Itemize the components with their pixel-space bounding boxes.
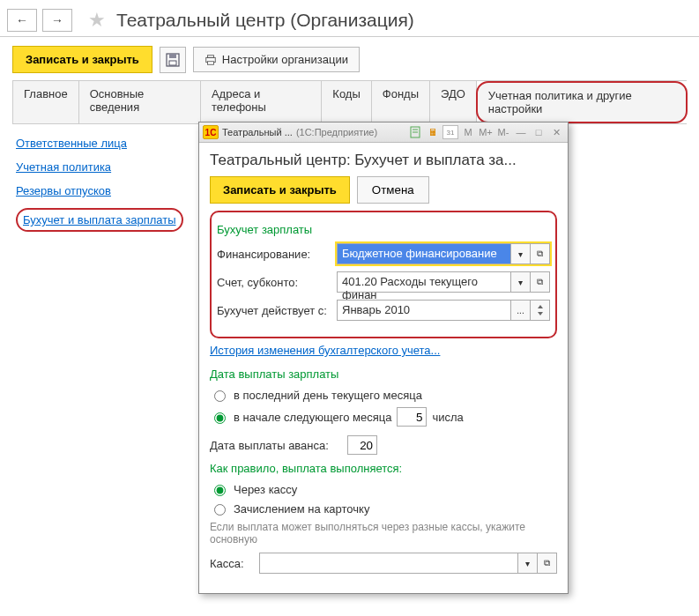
tab-edo[interactable]: ЭДО [429, 81, 477, 123]
print-icon [204, 54, 217, 66]
m-icon[interactable]: M [460, 125, 476, 139]
tab-accounting-policy[interactable]: Учетная политика и другие настройки [476, 81, 688, 123]
modal-window-title-1: Театральный ... [222, 127, 293, 137]
sidebar-link-policy[interactable]: Учетная политика [16, 160, 183, 174]
favorite-star-icon[interactable]: ★ [88, 9, 106, 32]
svg-rect-2 [169, 61, 176, 65]
save-and-close-button[interactable]: Записать и закрыть [12, 46, 152, 73]
tab-main[interactable]: Главное [12, 81, 79, 123]
accounting-section-highlight: Бухучет зарплаты Финансирование: Бюджетн… [210, 211, 557, 244]
sidebar-link-accounting-payroll[interactable]: Бухучет и выплата зарплаты [23, 213, 176, 226]
svg-rect-5 [207, 61, 213, 64]
forward-button[interactable]: → [42, 9, 72, 32]
tab-basic[interactable]: Основные сведения [78, 81, 201, 123]
save-icon [166, 53, 180, 67]
modal-window-title-2: (1С:Предприятие) [296, 127, 377, 137]
calculator-icon[interactable]: 🖩 [425, 125, 441, 139]
org-settings-button[interactable]: Настройки организации [193, 47, 360, 72]
modal-titlebar[interactable]: 1C Театральный ... (1С:Предприятие) 🖩 31… [199, 122, 568, 143]
modal-title: Театральный центр: Бухучет и выплата за.… [199, 143, 568, 176]
arrow-left-icon: ← [16, 13, 28, 27]
sidebar: Ответственные лица Учетная политика Резе… [16, 137, 183, 232]
m-plus-icon[interactable]: M+ [478, 125, 494, 139]
titlebar-doc-icon[interactable] [407, 125, 423, 139]
minimize-icon[interactable]: — [513, 125, 529, 139]
close-icon[interactable]: ✕ [548, 125, 564, 139]
calendar-icon[interactable]: 31 [442, 125, 458, 139]
page-title: Театральный центр (Организация) [116, 10, 414, 31]
org-settings-label: Настройки организации [222, 53, 348, 66]
tab-addresses[interactable]: Адреса и телефоны [200, 81, 322, 123]
section-title-accounting: Бухучет зарплаты [217, 223, 550, 236]
financing-dropdown-button[interactable]: ▾ [511, 243, 531, 244]
modal-window: 1C Театральный ... (1С:Предприятие) 🖩 31… [198, 122, 569, 244]
svg-rect-1 [169, 54, 176, 58]
financing-open-button[interactable]: ⧉ [531, 243, 550, 244]
tab-funds[interactable]: Фонды [371, 81, 430, 123]
modal-save-close-button[interactable]: Записать и закрыть [210, 176, 350, 204]
sidebar-link-vacation-reserves[interactable]: Резервы отпусков [16, 184, 183, 197]
svg-rect-4 [207, 55, 213, 57]
sidebar-link-responsible[interactable]: Ответственные лица [16, 137, 183, 150]
tabs-bar: Главное Основные сведения Адреса и телеф… [12, 80, 687, 124]
maximize-icon[interactable]: □ [531, 125, 547, 139]
app-1c-icon: 1C [203, 125, 219, 139]
save-button[interactable] [160, 47, 186, 73]
back-button[interactable]: ← [7, 9, 37, 32]
modal-cancel-button[interactable]: Отмена [357, 176, 429, 204]
arrow-right-icon: → [51, 13, 63, 27]
financing-input[interactable]: Бюджетное финансирование [337, 243, 511, 244]
tab-codes[interactable]: Коды [321, 81, 371, 123]
m-minus-icon[interactable]: M- [495, 125, 511, 139]
